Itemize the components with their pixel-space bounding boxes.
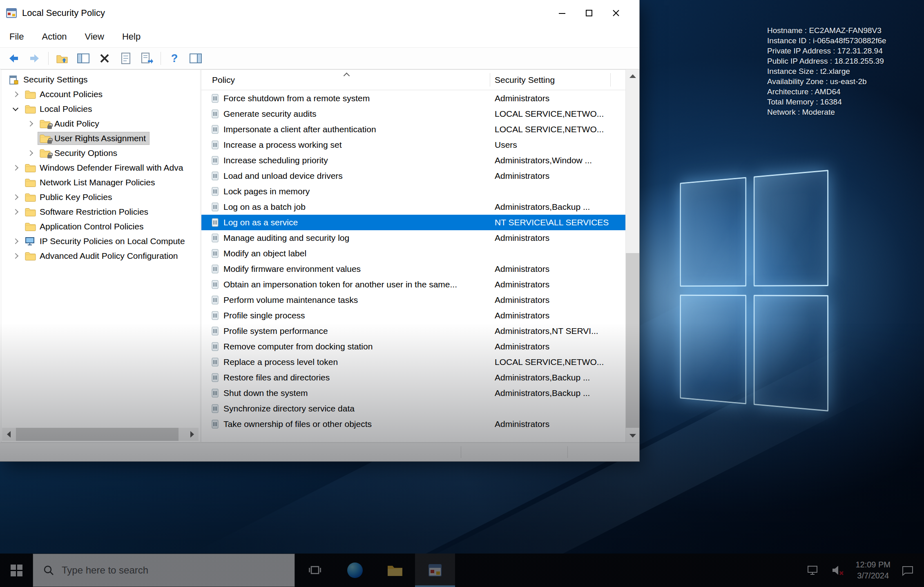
- policy-row[interactable]: Synchronize directory service data: [201, 401, 625, 416]
- windows-logo: [680, 170, 828, 411]
- tree-item-ip-security-policies-on-local-compute[interactable]: IP Security Policies on Local Compute: [1, 234, 200, 249]
- network-icon[interactable]: [805, 565, 821, 576]
- tree-item-security-options[interactable]: Security Options: [1, 146, 200, 160]
- tree-item-public-key-policies[interactable]: Public Key Policies: [1, 190, 200, 205]
- tree-item-local-policies[interactable]: Local Policies: [1, 102, 200, 116]
- policy-icon: [211, 233, 219, 243]
- edge-browser-button[interactable]: [335, 554, 375, 587]
- menu-action[interactable]: Action: [33, 26, 76, 47]
- tree-expander[interactable]: [9, 166, 23, 170]
- menu-view[interactable]: View: [76, 26, 113, 47]
- policy-row[interactable]: Log on as a batch job Administrators,Bac…: [201, 199, 625, 215]
- local-security-policy-taskbar-button[interactable]: [415, 554, 455, 587]
- tree-item-software-restriction-policies[interactable]: Software Restriction Policies: [1, 205, 200, 219]
- minimize-button[interactable]: [549, 0, 576, 26]
- policy-row[interactable]: Profile system performance Administrator…: [201, 323, 625, 339]
- delete-button[interactable]: [97, 51, 112, 66]
- start-button[interactable]: [0, 554, 33, 587]
- tree-expander[interactable]: [9, 180, 23, 185]
- properties-button[interactable]: [118, 51, 134, 66]
- policy-row[interactable]: Increase a process working set Users: [201, 137, 625, 153]
- tree-item-application-control-policies[interactable]: Application Control Policies: [1, 219, 200, 234]
- tree-expander[interactable]: [24, 151, 38, 155]
- tree-item-account-policies[interactable]: Account Policies: [1, 87, 200, 102]
- scrollbar-thumb[interactable]: [16, 428, 179, 441]
- policy-row[interactable]: Modify an object label: [201, 246, 625, 261]
- menu-help[interactable]: Help: [113, 26, 150, 47]
- taskbar-clock[interactable]: 12:09 PM 3/7/2024: [855, 559, 891, 581]
- policy-setting: Administrators,Backup ...: [490, 388, 625, 398]
- policy-row[interactable]: Impersonate a client after authenticatio…: [201, 122, 625, 137]
- menu-file[interactable]: File: [0, 26, 33, 47]
- scroll-left-arrow[interactable]: [2, 428, 15, 441]
- policy-row[interactable]: Shut down the system Administrators,Back…: [201, 385, 625, 401]
- close-button[interactable]: [603, 0, 629, 26]
- policy-row[interactable]: Lock pages in memory: [201, 184, 625, 199]
- policy-row[interactable]: Load and unload device drivers Administr…: [201, 168, 625, 184]
- policy-setting: Administrators,Backup ...: [490, 373, 625, 382]
- back-button[interactable]: [6, 51, 21, 66]
- policy-row[interactable]: Restore files and directories Administra…: [201, 370, 625, 385]
- column-divider[interactable]: [610, 73, 611, 87]
- scroll-up-arrow[interactable]: [626, 69, 639, 83]
- scroll-right-arrow[interactable]: [185, 428, 199, 441]
- policy-row[interactable]: Log on as a service NT SERVICE\ALL SERVI…: [201, 215, 625, 230]
- up-one-level-button[interactable]: [54, 51, 70, 66]
- console-tree-pane: Security Settings: [1, 69, 201, 442]
- help-button[interactable]: ?: [167, 51, 182, 66]
- tree-expander[interactable]: [9, 225, 23, 229]
- titlebar[interactable]: Local Security Policy: [0, 0, 639, 26]
- scrollbar-thumb[interactable]: [626, 253, 639, 428]
- tree-item-audit-policy[interactable]: Audit Policy: [1, 116, 200, 131]
- tree-item-security-settings[interactable]: Security Settings: [1, 72, 200, 87]
- policy-row[interactable]: Replace a process level token LOCAL SERV…: [201, 354, 625, 370]
- tree-item-network-list-manager-policies[interactable]: Network List Manager Policies: [1, 175, 200, 190]
- file-explorer-button[interactable]: [375, 554, 415, 587]
- task-view-button[interactable]: [295, 554, 335, 587]
- tree-expander[interactable]: [9, 239, 23, 243]
- forward-button[interactable]: [27, 51, 42, 66]
- action-center-icon[interactable]: [899, 565, 916, 576]
- policy-row[interactable]: Increase scheduling priority Administrat…: [201, 153, 625, 168]
- column-divider[interactable]: [490, 73, 490, 87]
- tree-item-user-rights-assignment[interactable]: User Rights Assignment: [1, 131, 200, 146]
- tree-expander[interactable]: [9, 195, 23, 199]
- policy-row[interactable]: Generate security audits LOCAL SERVICE,N…: [201, 106, 625, 122]
- policy-row[interactable]: Manage auditing and security log Adminis…: [201, 230, 625, 246]
- show-console-tree-button[interactable]: [76, 51, 91, 66]
- policy-row[interactable]: Profile single process Administrators: [201, 308, 625, 323]
- tree-item-label: Windows Defender Firewall with Adva: [40, 163, 183, 173]
- list-vertical-scrollbar[interactable]: [626, 69, 639, 442]
- column-header-security-setting[interactable]: Security Setting: [490, 75, 555, 85]
- tree-horizontal-scrollbar[interactable]: [2, 428, 199, 441]
- chevron-icon: [13, 253, 18, 259]
- system-info-line: Hostname : EC2AMAZ-FAN98V3: [767, 25, 918, 36]
- policy-setting: Administrators: [490, 264, 625, 274]
- export-list-button[interactable]: [139, 51, 155, 66]
- search-icon: [43, 565, 54, 576]
- tree-expander[interactable]: [9, 254, 23, 258]
- tree-item-windows-defender-firewall-with-adva[interactable]: Windows Defender Firewall with Adva: [1, 160, 200, 175]
- tree-expander[interactable]: [9, 108, 23, 110]
- taskbar-search[interactable]: [33, 554, 295, 587]
- maximize-button[interactable]: [576, 0, 603, 26]
- scroll-down-arrow[interactable]: [626, 429, 639, 442]
- policy-name: Modify an object label: [223, 249, 306, 258]
- policy-row[interactable]: Remove computer from docking station Adm…: [201, 339, 625, 354]
- search-input[interactable]: [62, 565, 241, 576]
- tree-expander[interactable]: [9, 210, 23, 214]
- policy-row[interactable]: Take ownership of files or other objects…: [201, 416, 625, 432]
- policy-row[interactable]: Obtain an impersonation token for anothe…: [201, 277, 625, 292]
- policy-row[interactable]: Modify firmware environment values Admin…: [201, 261, 625, 277]
- action-pane-button[interactable]: [188, 51, 203, 66]
- policy-row[interactable]: Force shutdown from a remote system Admi…: [201, 91, 625, 106]
- volume-muted-icon[interactable]: [830, 565, 846, 576]
- tree-item-advanced-audit-policy-configuration[interactable]: Advanced Audit Policy Configuration: [1, 249, 200, 263]
- tree-expander[interactable]: [9, 92, 23, 96]
- tree-expander[interactable]: [24, 122, 38, 126]
- tree-expander[interactable]: [24, 136, 38, 140]
- windows-start-icon: [11, 565, 22, 576]
- policy-row[interactable]: Perform volume maintenance tasks Adminis…: [201, 292, 625, 308]
- policy-name: Remove computer from docking station: [223, 342, 373, 351]
- window-statusbar: [0, 442, 639, 461]
